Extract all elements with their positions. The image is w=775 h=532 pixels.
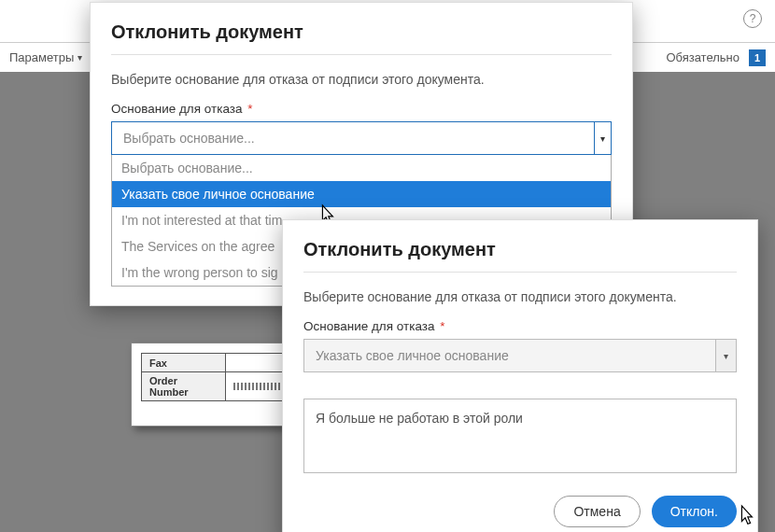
help-icon[interactable]: ? (743, 9, 762, 28)
reason-select[interactable]: Указать свое личное основание ▾ (303, 339, 737, 372)
decline-modal-step2: Отклонить документ Выберите основание дл… (282, 219, 758, 532)
modal-title: Отклонить документ (303, 239, 737, 273)
reason-select[interactable]: Выбрать основание... ▾ (111, 121, 612, 155)
field-label-text: Основание для отказа (111, 102, 242, 116)
params-label: Параметры (9, 50, 74, 64)
chevron-down-icon: ▾ (78, 52, 82, 63)
dropdown-option[interactable]: Выбрать основание... (112, 155, 611, 181)
modal-instruction: Выберите основание для отказа от подписи… (111, 72, 612, 87)
chevron-down-icon: ▾ (715, 340, 736, 371)
required-asterisk: * (440, 319, 444, 333)
select-placeholder: Выбрать основание... (123, 131, 255, 146)
modal-title: Отклонить документ (111, 21, 612, 55)
modal-actions: Отмена Отклон. (303, 496, 737, 527)
chevron-down-icon: ▾ (594, 122, 611, 154)
custom-reason-textarea[interactable]: Я больше не работаю в этой роли (303, 399, 737, 473)
custom-reason-text: Я больше не работаю в этой роли (316, 411, 523, 426)
decline-button[interactable]: Отклон. (652, 496, 737, 527)
required-label: Обязательно (666, 50, 740, 64)
cancel-button[interactable]: Отмена (554, 496, 640, 527)
field-label: Основание для отказа * (303, 319, 737, 333)
required-asterisk: * (247, 102, 252, 116)
help-glyph: ? (750, 12, 756, 25)
params-dropdown[interactable]: Параметры ▾ (9, 50, 82, 64)
dropdown-option-selected[interactable]: Указать свое личное основание (112, 181, 611, 207)
field-label-text: Основание для отказа (303, 319, 434, 333)
required-count-badge: 1 (749, 49, 766, 66)
cell-label: Order Number (142, 372, 226, 401)
select-value: Указать свое личное основание (316, 348, 509, 363)
cell-label: Fax (142, 354, 226, 372)
field-label: Основание для отказа * (111, 102, 612, 116)
modal-instruction: Выберите основание для отказа от подписи… (303, 289, 737, 304)
